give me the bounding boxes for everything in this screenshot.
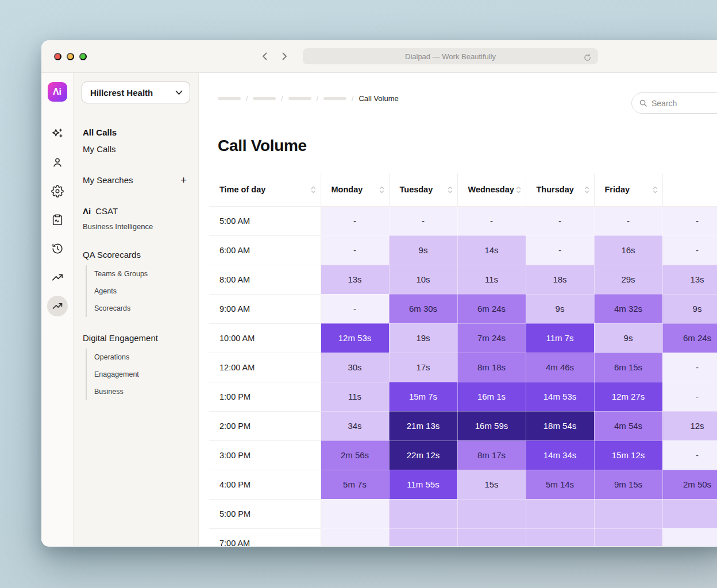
heatmap-cell	[594, 528, 662, 546]
heatmap-cell: 18s	[526, 265, 594, 294]
workspace-selector[interactable]: Hillcrest Health	[82, 82, 190, 103]
digital-engagement-sublist: Operations Enagagement Business	[86, 349, 190, 400]
app-window: Dialpad — Work Beautifully Λi	[41, 40, 717, 547]
table-body: 5:00 AM------6:00 AM-9s14s-16s-8:00 AM13…	[209, 206, 717, 546]
table-row: 1:00 PM11s15m 7s16m 1s14m 53s12m 27s-	[209, 382, 717, 411]
heatmap-cell: 6m 15s	[594, 353, 662, 382]
time-of-day-cell: 8:00 AM	[209, 265, 321, 294]
heatmap-cell: -	[662, 235, 717, 265]
breadcrumb-placeholder	[288, 97, 311, 100]
dialpad-ai-logo[interactable]: Λi	[48, 82, 67, 102]
heatmap-cell	[321, 528, 389, 546]
sidebar-item-my-searches[interactable]: My Searches +	[82, 171, 190, 189]
minimize-window-button[interactable]	[67, 53, 74, 60]
browser-forward-button[interactable]	[278, 50, 291, 63]
column-header-monday[interactable]: Monday	[321, 173, 389, 206]
search-box[interactable]	[631, 92, 717, 114]
heatmap-cell: 2m 50s	[662, 470, 717, 499]
heatmap-cell	[662, 528, 717, 546]
sidebar-item-operations[interactable]: Operations	[94, 349, 190, 366]
table-row: 10:00 AM12m 53s19s7m 24s11m 7s9s6m 24s	[209, 323, 717, 353]
sparkles-icon[interactable]	[51, 127, 64, 141]
sidebar-item-my-calls[interactable]: My Calls	[82, 141, 190, 157]
heatmap-trending-up-icon-active[interactable]	[47, 296, 68, 316]
sidebar-item-agents[interactable]: Agents	[94, 283, 190, 300]
close-window-button[interactable]	[54, 53, 61, 60]
maximize-window-button[interactable]	[79, 53, 87, 60]
chevron-down-icon	[175, 90, 183, 95]
sidebar-item-teams-groups[interactable]: Teams & Groups	[94, 265, 190, 283]
breadcrumb-current: Call Volume	[358, 94, 398, 103]
table-row: 5:00 PM	[209, 499, 717, 528]
heatmap-cell: -	[662, 353, 717, 382]
heatmap-cell: 5m 14s	[526, 470, 594, 499]
browser-back-button[interactable]	[259, 50, 271, 63]
csat-label: CSAT	[95, 206, 118, 216]
table-row: 12:00 AM30s17s8m 18s4m 46s6m 15s-	[209, 353, 717, 382]
heatmap-cell: 11m 7s	[526, 323, 594, 353]
heatmap-cell: 22m 12s	[389, 440, 457, 470]
table-row: 8:00 AM13s10s11s18s29s13s	[209, 265, 717, 294]
heatmap-cell: 12s	[662, 411, 717, 440]
sidebar-item-business[interactable]: Business	[94, 383, 190, 400]
heatmap-cell: 15m 12s	[594, 440, 662, 470]
add-search-button[interactable]: +	[178, 175, 189, 185]
sidebar-item-scorecards[interactable]: Scorecards	[94, 300, 190, 317]
heatmap-cell: 5m 7s	[321, 470, 389, 499]
heatmap-cell: -	[662, 382, 717, 411]
chevron-right-icon	[281, 52, 288, 61]
heatmap-cell: 17s	[389, 353, 457, 382]
sidebar-item-business-intelligence[interactable]: Business Intelligence	[82, 219, 190, 234]
browser-reload-button[interactable]	[581, 51, 593, 64]
heatmap-cell: 30s	[321, 353, 389, 382]
heatmap-cell: -	[321, 235, 389, 265]
sidebar: Hillcrest Health All Calls My Calls My S…	[74, 73, 199, 546]
browser-address-bar[interactable]: Dialpad — Work Beautifully	[303, 48, 598, 64]
heatmap-cell: -	[526, 206, 594, 235]
sidebar-item-qa-scorecards[interactable]: QA Scorecards	[82, 246, 190, 263]
settings-gear-icon[interactable]	[51, 184, 64, 198]
page-tab-title: Dialpad — Work Beautifully	[405, 52, 496, 61]
sort-icon	[448, 186, 453, 194]
sidebar-item-digital-engagement[interactable]: Digital Engagement	[82, 330, 190, 346]
time-of-day-cell: 6:00 AM	[209, 235, 321, 265]
column-header-thursday[interactable]: Thursday	[526, 173, 594, 206]
heatmap-cell: -	[594, 206, 662, 235]
heatmap-cell: 15s	[457, 470, 526, 499]
heatmap-cell: 4m 54s	[594, 411, 662, 440]
column-header-wednesday[interactable]: Wednesday	[457, 173, 526, 206]
heatmap-cell: 6m 30s	[389, 294, 457, 323]
trending-up-icon[interactable]	[51, 270, 64, 284]
sidebar-item-all-calls[interactable]: All Calls	[82, 124, 190, 141]
sidebar-item-engagement[interactable]: Enagagement	[94, 366, 190, 383]
sidebar-item-csat[interactable]: ΛiCSAT	[82, 203, 190, 219]
time-of-day-cell: 12:00 AM	[209, 353, 321, 382]
user-icon[interactable]	[51, 156, 64, 169]
heatmap-cell: 10s	[389, 265, 457, 294]
column-header-friday[interactable]: Friday	[594, 173, 662, 206]
heatmap-cell	[526, 499, 594, 528]
heatmap-cell: 9m 15s	[594, 470, 662, 499]
time-of-day-cell: 5:00 PM	[209, 499, 321, 528]
heatmap-cell: 7m 24s	[457, 323, 526, 353]
logo-glyph: Λi	[53, 87, 61, 97]
heatmap-cell: 9s	[526, 294, 594, 323]
heatmap-cell	[594, 499, 662, 528]
history-clock-icon[interactable]	[51, 242, 64, 256]
heatmap-cell: 6m 24s	[457, 294, 526, 323]
heatmap-cell: 19s	[389, 323, 457, 353]
table-row: 6:00 AM-9s14s-16s-	[209, 235, 717, 265]
sort-icon	[584, 186, 589, 194]
heatmap-cell: 9s	[389, 235, 457, 265]
column-header-time-of-day[interactable]: Time of day	[209, 173, 321, 206]
heatmap-cell: 12m 53s	[321, 323, 389, 353]
time-of-day-cell: 10:00 AM	[209, 323, 321, 353]
qa-scorecard-clipboard-icon[interactable]	[51, 213, 64, 227]
heatmap-cell: 16m 1s	[457, 382, 526, 411]
column-header-tuesday[interactable]: Tuesday	[389, 173, 457, 206]
table-row: 5:00 AM------	[209, 206, 717, 235]
heatmap-cell: 14m 34s	[526, 440, 594, 470]
search-input[interactable]	[652, 99, 717, 108]
heatmap-cell: -	[457, 206, 526, 235]
heatmap-cell: 2m 56s	[321, 440, 389, 470]
